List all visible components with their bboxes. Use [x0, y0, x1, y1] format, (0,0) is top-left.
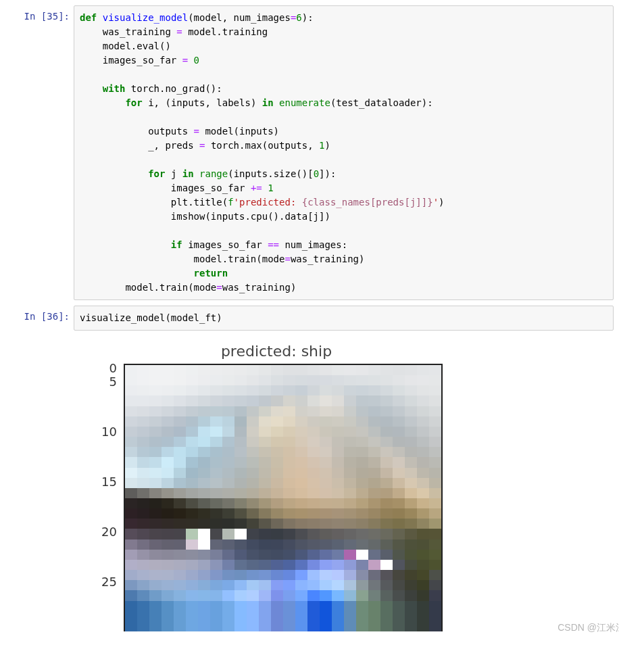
y-axis-ticks: 0 5 10 15 20 25	[87, 364, 124, 627]
output-cell: predicted: ship 0 5 10 15 20 25 CSDN @江米…	[5, 336, 614, 631]
code-cell-35: In [35]: def visualize_model(model, num_…	[5, 5, 614, 300]
code-block: def visualize_model(model, num_images=6)…	[80, 11, 608, 295]
code-block: visualize_model(model_ft)	[80, 311, 608, 325]
watermark: CSDN @江米江米	[558, 622, 619, 634]
cell-prompt: In [35]:	[5, 5, 74, 22]
code-input-area[interactable]: visualize_model(model_ft)	[74, 306, 614, 331]
code-cell-36: In [36]: visualize_model(model_ft)	[5, 306, 614, 331]
imshow-canvas	[124, 364, 443, 631]
code-input-area[interactable]: def visualize_model(model, num_images=6)…	[74, 5, 614, 300]
output-area: predicted: ship 0 5 10 15 20 25 CSDN @江米…	[74, 336, 614, 631]
output-prompt	[5, 336, 74, 341]
matplotlib-figure: predicted: ship 0 5 10 15 20 25 CSDN @江米…	[87, 336, 466, 631]
cell-prompt: In [36]:	[5, 306, 74, 322]
chart-title: predicted: ship	[87, 343, 466, 360]
